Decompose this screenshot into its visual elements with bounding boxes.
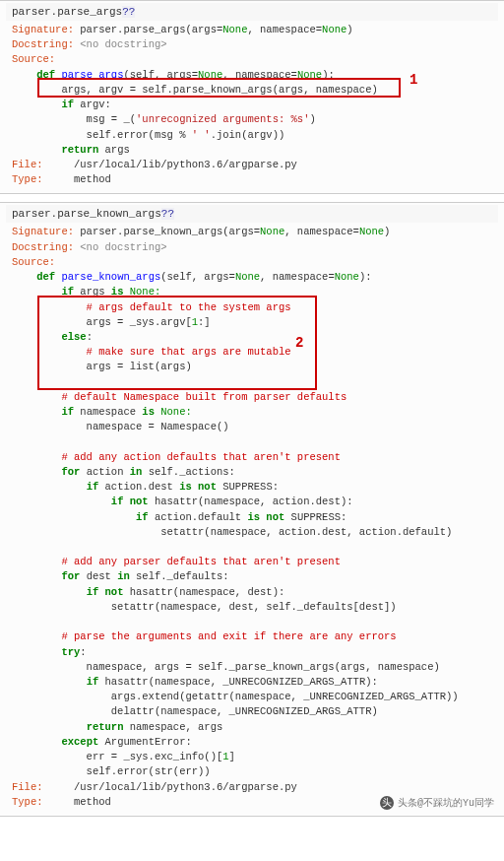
t: dest: [80, 570, 117, 582]
none: None: [260, 226, 284, 237]
type-val: method: [43, 173, 111, 185]
t: SUPPRESS:: [217, 481, 279, 493]
t: :]: [198, 316, 211, 328]
type-val: method: [43, 796, 111, 808]
comment: # make sure that args are mutable: [12, 346, 291, 358]
none: None: [335, 271, 359, 283]
doc-label: Docstring:: [12, 241, 74, 253]
kw: return: [87, 721, 124, 733]
kw: if not: [87, 586, 124, 598]
kw: in: [130, 466, 143, 478]
t: namespace, args: [123, 721, 222, 733]
output-2: Signature: parser.parse_known_args(args=…: [6, 223, 498, 812]
kw-def: def: [36, 271, 55, 283]
t: msg = _(: [12, 113, 136, 125]
str: ' ': [192, 129, 211, 141]
output-1: Signature: parser.parse_args(args=None, …: [6, 21, 498, 189]
kw: for: [61, 466, 80, 478]
kw-def: def: [36, 69, 55, 81]
kw: is: [142, 406, 155, 418]
watermark-icon: 头: [380, 796, 394, 810]
doc-label: Docstring:: [12, 38, 74, 50]
file-path: /usr/local/lib/python3.6/argparse.py: [43, 159, 297, 170]
t: ]: [229, 751, 235, 762]
src-label: Source:: [12, 256, 55, 268]
comment: # add any parser defaults that aren't pr…: [12, 556, 341, 567]
t: args = _sys.argv[: [12, 316, 192, 328]
none: None: [198, 69, 222, 81]
t: hasattr(namespace, action.dest):: [149, 496, 353, 507]
sig-label: Signature:: [12, 226, 74, 237]
t: delattr(namespace, _UNRECOGNIZED_ARGS_AT…: [12, 705, 378, 717]
t: , namespace=: [247, 24, 322, 35]
t: args: [98, 144, 130, 156]
comment: # default Namespace built from parser de…: [12, 391, 346, 403]
t: (self, args=: [123, 69, 198, 81]
kw: else: [61, 331, 86, 343]
t: self._defaults:: [130, 570, 229, 582]
t: self.error(str(err)): [12, 765, 211, 777]
file-label: File:: [12, 781, 43, 793]
t: (self, args=: [160, 271, 235, 283]
src-label: Source:: [12, 53, 55, 65]
kw: if: [61, 286, 74, 298]
type-label: Type:: [12, 796, 43, 808]
t: namespace = Namespace(): [12, 421, 229, 432]
t: self._actions:: [142, 466, 235, 478]
t: , namespace=: [284, 226, 359, 237]
doc-text: <no docstring>: [74, 38, 167, 50]
input-code: parser.parse_args: [12, 6, 122, 18]
t: self.error(msg %: [12, 129, 192, 141]
t: hasattr(namespace, dest):: [123, 586, 284, 598]
file-label: File:: [12, 159, 43, 170]
kw-return: return: [61, 144, 98, 156]
type-label: Type:: [12, 173, 43, 185]
t: SUPPRESS:: [284, 511, 346, 523]
cell-1: parser.parse_args?? Signature: parser.pa…: [0, 0, 504, 194]
kw: if not: [111, 496, 149, 507]
comment: # add any action defaults that aren't pr…: [12, 451, 341, 463]
doc-text: <no docstring>: [74, 241, 167, 253]
help-marks: ??: [161, 208, 174, 220]
t: namespace: [74, 406, 142, 418]
t: setattr(namespace, dest, self._defaults[…: [12, 601, 397, 613]
kw: if: [136, 511, 149, 523]
kw: is: [111, 286, 124, 298]
kw-if: if: [61, 99, 74, 110]
help-marks: ??: [122, 6, 135, 18]
t: :: [80, 646, 86, 658]
comment: # parse the arguments and exit if there …: [12, 630, 397, 642]
t: setattr(namespace, action.dest, action.d…: [12, 526, 452, 538]
kw: except: [61, 736, 98, 748]
t: parser.parse_known_args(args=: [74, 226, 260, 237]
fn-name: parse_known_args: [55, 271, 160, 283]
annotation-1: 1: [410, 72, 417, 88]
annotation-2: 2: [295, 335, 303, 351]
none: None: [297, 69, 322, 81]
str: 'unrecognized arguments: %s': [136, 113, 309, 125]
t: args.extend(getattr(namespace, _UNRECOGN…: [12, 691, 459, 702]
file-path: /usr/local/lib/python3.6/argparse.py: [43, 781, 297, 793]
kw: if: [87, 481, 99, 493]
none: None: [322, 24, 346, 35]
watermark-text: 头条@不踩坑的Yu同学: [398, 796, 494, 810]
comment: # args default to the system args: [12, 301, 291, 313]
t: ): [309, 113, 315, 125]
t: :: [87, 331, 93, 343]
kw: for: [61, 570, 80, 582]
kw: try: [61, 646, 80, 658]
t: err = _sys.exc_info()[: [12, 751, 222, 762]
t: action.dest: [98, 481, 179, 493]
input-code: parser.parse_known_args: [12, 208, 161, 220]
kw: if: [61, 406, 74, 418]
t: ): [346, 24, 352, 35]
code-line: args, argv = self.parse_known_args(args,…: [12, 84, 378, 96]
kw: is not: [179, 481, 217, 493]
t: .join(argv)): [211, 129, 285, 141]
input-line-2: parser.parse_known_args??: [6, 205, 498, 223]
t: action: [80, 466, 129, 478]
t: args = list(args): [12, 361, 192, 372]
fn-name: parse_args: [55, 69, 123, 81]
t: hasattr(namespace, _UNRECOGNIZED_ARGS_AT…: [98, 676, 378, 688]
none: None: [235, 271, 260, 283]
